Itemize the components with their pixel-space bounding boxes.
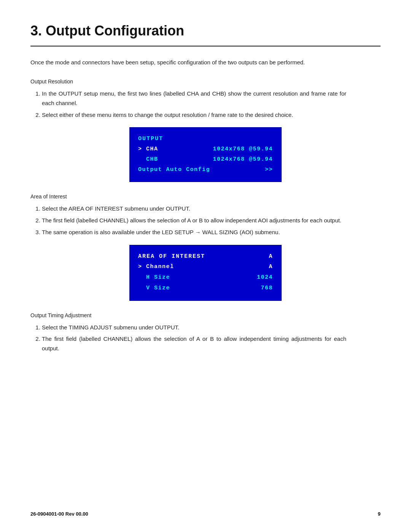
aoi-list: Select the AREA OF INTEREST submenu unde… [42,204,381,237]
aoi-vsize-row: V Size 768 [138,283,273,294]
list-item: Select the AREA OF INTEREST submenu unde… [42,204,346,214]
screen-header-row: OUTPUT [138,134,273,144]
aoi-vsize-label: V Size [138,283,170,294]
output-screen: OUTPUT > CHA 1024x768 @59.94 CHB 1024x76… [129,127,282,182]
aoi-label: Area of Interest [30,193,381,200]
screen-cha-value: 1024x768 @59.94 [213,144,273,154]
list-item: Select either of these menu items to cha… [42,110,346,120]
title-divider [30,46,381,46]
aoi-screen-title-value: A [269,251,273,262]
aoi-channel-row: > Channel A [138,262,273,272]
screen-cha-row: > CHA 1024x768 @59.94 [138,144,273,154]
list-item: The same operation is also available und… [42,228,346,237]
aoi-vsize-value: 768 [261,283,273,294]
footer-right: 9 [378,511,381,517]
timing-label: Output Timing Adjustment [30,312,381,318]
output-resolution-label: Output Resolution [30,78,381,85]
page-title: 3. Output Configuration [30,23,381,39]
list-item: Select the TIMING ADJUST submenu under O… [42,323,346,332]
aoi-hsize-value: 1024 [257,272,273,283]
screen-chb-row: CHB 1024x768 @59.94 [138,154,273,165]
list-item: The first field (labelled CHANNEL) allow… [42,216,346,225]
page-footer: 26-0904001-00 Rev 00.00 9 [30,511,381,517]
screen-autoconfig-value: >> [265,165,273,175]
area-of-interest-section: Area of Interest Select the AREA OF INTE… [30,193,381,300]
aoi-hsize-label: H Size [138,272,170,283]
screen-chb-label: CHB [138,154,158,165]
screen-autoconfig-row: Output Auto Config >> [138,165,273,175]
intro-paragraph: Once the mode and connectors have been s… [30,58,342,67]
aoi-channel-label: > Channel [138,262,174,272]
aoi-hsize-row: H Size 1024 [138,272,273,283]
screen-header-label: OUTPUT [138,134,163,144]
timing-list: Select the TIMING ADJUST submenu under O… [42,323,381,353]
aoi-screen-title: AREA OF INTEREST [138,251,205,262]
screen-cha-label: > CHA [138,144,158,154]
screen-chb-value: 1024x768 @59.94 [213,154,273,165]
list-item: The first field (labelled CHANNEL) allow… [42,334,346,353]
output-timing-section: Output Timing Adjustment Select the TIMI… [30,312,381,353]
list-item: In the OUTPUT setup menu, the first two … [42,89,346,108]
aoi-channel-value: A [269,262,273,272]
footer-left: 26-0904001-00 Rev 00.00 [30,511,88,517]
screen-autoconfig-label: Output Auto Config [138,165,210,175]
aoi-screen: AREA OF INTEREST A > Channel A H Size 10… [129,245,282,301]
output-resolution-section: Output Resolution In the OUTPUT setup me… [30,78,381,182]
output-resolution-list: In the OUTPUT setup menu, the first two … [42,89,381,120]
aoi-title-row: AREA OF INTEREST A [138,251,273,262]
